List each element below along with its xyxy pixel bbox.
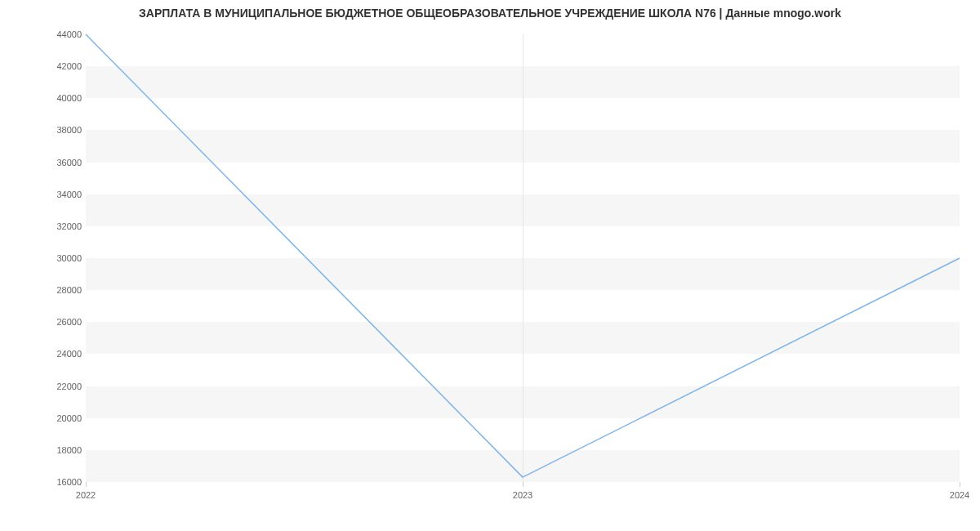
x-tick-label: 2022 bbox=[76, 490, 96, 500]
y-tick-label: 30000 bbox=[37, 253, 82, 263]
y-tick-label: 20000 bbox=[37, 413, 82, 423]
y-tick-label: 28000 bbox=[37, 285, 82, 295]
y-tick-label: 40000 bbox=[37, 93, 82, 103]
y-tick-label: 24000 bbox=[37, 349, 82, 359]
y-tick-label: 36000 bbox=[37, 158, 82, 167]
x-tick-label: 2024 bbox=[950, 490, 969, 500]
y-tick-label: 22000 bbox=[37, 382, 82, 391]
y-tick-label: 42000 bbox=[37, 61, 82, 71]
y-tick-label: 16000 bbox=[37, 477, 82, 487]
y-tick-label: 32000 bbox=[37, 221, 82, 231]
y-tick-label: 18000 bbox=[37, 445, 82, 455]
x-tick-label: 2023 bbox=[513, 490, 532, 500]
y-tick-label: 34000 bbox=[37, 190, 82, 199]
y-tick-label: 44000 bbox=[37, 29, 82, 39]
y-tick-label: 38000 bbox=[37, 125, 82, 135]
x-tick-mark bbox=[960, 482, 960, 487]
x-tick-mark bbox=[523, 482, 523, 487]
chart-title: ЗАРПЛАТА В МУНИЦИПАЛЬНОЕ БЮДЖЕТНОЕ ОБЩЕО… bbox=[0, 7, 980, 20]
line-series bbox=[86, 34, 960, 482]
y-tick-label: 26000 bbox=[37, 317, 82, 327]
plot-area: 1600018000200002200024000260002800030000… bbox=[86, 34, 960, 482]
x-tick-mark bbox=[86, 482, 87, 487]
